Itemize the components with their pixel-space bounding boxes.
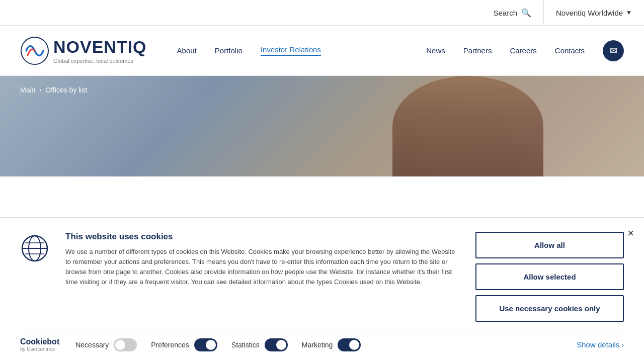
statistics-label: Statistics: [231, 341, 260, 349]
top-bar: Search 🔍 Noventiq Worldwide ▼: [0, 0, 644, 26]
cookiebot-logo: Cookiebot by Usercentrics: [20, 337, 59, 352]
nav-portfolio[interactable]: Portfolio: [215, 46, 243, 55]
logo-tagline: Global expertise, local outcomes: [53, 58, 147, 64]
cookie-title: This website uses cookies: [65, 232, 459, 242]
region-selector[interactable]: Noventiq Worldwide ▼: [544, 0, 644, 25]
preferences-toggle-knob: [206, 340, 216, 350]
statistics-toggle[interactable]: [265, 338, 288, 351]
marketing-toggle[interactable]: [338, 338, 361, 351]
cookie-globe-icon: [20, 234, 49, 265]
logo-text: NOVENTIQ: [53, 37, 147, 57]
cookie-divider: [20, 330, 624, 330]
cookie-toggles: Necessary Preferences Statistics: [75, 338, 577, 351]
breadcrumb: Main › Offices by list: [20, 86, 87, 94]
show-details-link[interactable]: Show details ›: [577, 340, 624, 349]
preferences-toggle[interactable]: [194, 338, 217, 351]
cookie-body: We use a number of different types of co…: [65, 247, 459, 288]
logo[interactable]: NOVENTIQ Global expertise, local outcome…: [20, 36, 147, 65]
hero-overlay: [0, 76, 644, 176]
statistics-toggle-knob: [276, 340, 286, 350]
allow-all-button[interactable]: Allow all: [475, 232, 624, 258]
nav-left: About Portfolio Investor Relations: [177, 45, 427, 56]
search-label: Search: [493, 9, 517, 17]
necessary-toggle-item: Necessary: [75, 338, 137, 351]
search-icon: 🔍: [521, 8, 531, 18]
nav-right: News Partners Careers Contacts ✉: [426, 40, 624, 61]
nav-contacts[interactable]: Contacts: [555, 46, 585, 55]
nav-partners[interactable]: Partners: [463, 46, 492, 55]
allow-selected-button[interactable]: Allow selected: [475, 263, 624, 290]
preferences-toggle-item: Preferences: [151, 338, 217, 351]
nav-investor-relations[interactable]: Investor Relations: [261, 45, 321, 56]
chevron-down-icon: ▼: [626, 9, 632, 16]
hero-person: [392, 76, 543, 176]
preferences-label: Preferences: [151, 341, 189, 349]
necessary-toggle[interactable]: [114, 338, 137, 351]
cookie-banner: × This website uses cookies We use a num…: [0, 217, 644, 362]
cookie-bottom-bar: Cookiebot by Usercentrics Necessary Pref…: [20, 337, 624, 352]
necessary-toggle-knob: [115, 340, 125, 350]
search-button[interactable]: Search 🔍: [481, 0, 544, 25]
marketing-toggle-knob: [349, 340, 359, 350]
nav-about[interactable]: About: [177, 46, 197, 55]
email-icon: ✉: [610, 45, 617, 56]
statistics-toggle-item: Statistics: [231, 338, 288, 351]
cookie-close-button[interactable]: ×: [627, 228, 634, 239]
hero-image: Main › Offices by list: [0, 76, 644, 176]
necessary-only-button[interactable]: Use necessary cookies only: [475, 295, 624, 322]
cookie-action-buttons: Allow all Allow selected Use necessary c…: [475, 232, 624, 322]
email-button[interactable]: ✉: [603, 40, 624, 61]
chevron-right-icon: ›: [621, 341, 624, 349]
logo-icon: [20, 36, 49, 65]
show-details-label: Show details: [577, 340, 619, 349]
marketing-label: Marketing: [302, 341, 333, 349]
necessary-label: Necessary: [75, 341, 109, 349]
breadcrumb-arrow: ›: [39, 86, 41, 94]
breadcrumb-main[interactable]: Main: [20, 86, 35, 94]
marketing-toggle-item: Marketing: [302, 338, 361, 351]
cookiebot-name: Cookiebot: [20, 337, 59, 346]
breadcrumb-current: Offices by list: [45, 86, 87, 94]
cookiebot-sub: by Usercentrics: [20, 346, 59, 352]
nav-news[interactable]: News: [426, 46, 445, 55]
main-header: NOVENTIQ Global expertise, local outcome…: [0, 26, 644, 76]
nav-careers[interactable]: Careers: [510, 46, 536, 55]
region-label: Noventiq Worldwide: [556, 9, 623, 17]
